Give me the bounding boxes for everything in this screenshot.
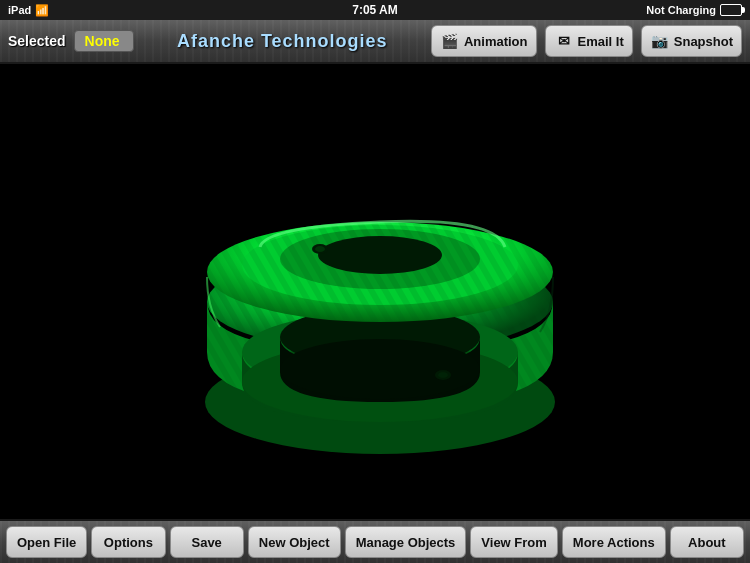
device-label: iPad	[8, 4, 31, 16]
new-object-button[interactable]: New Object	[248, 526, 341, 558]
status-right: Not Charging	[646, 4, 742, 16]
view-from-button[interactable]: View From	[470, 526, 558, 558]
email-button[interactable]: ✉ Email It	[545, 25, 633, 57]
selected-value: None	[74, 30, 134, 52]
3d-object	[165, 107, 585, 477]
status-left: iPad 📶	[8, 4, 49, 17]
wifi-icon: 📶	[35, 4, 49, 17]
charging-label: Not Charging	[646, 4, 716, 16]
snapshot-button[interactable]: 📷 Snapshot	[641, 25, 742, 57]
email-label: Email It	[578, 34, 624, 49]
save-button[interactable]: Save	[170, 526, 244, 558]
svg-point-15	[318, 236, 442, 274]
email-icon: ✉	[554, 33, 574, 49]
more-actions-button[interactable]: More Actions	[562, 526, 666, 558]
battery-icon	[720, 4, 742, 16]
time-label: 7:05 AM	[352, 3, 398, 17]
open-file-button[interactable]: Open File	[6, 526, 87, 558]
svg-point-17	[315, 246, 325, 252]
snapshot-icon: 📷	[650, 33, 670, 49]
svg-point-8	[280, 339, 480, 399]
animation-button[interactable]: 🎬 Animation	[431, 25, 537, 57]
status-bar: iPad 📶 7:05 AM Not Charging	[0, 0, 750, 20]
animation-label: Animation	[464, 34, 528, 49]
animation-icon: 🎬	[440, 33, 460, 49]
3d-viewport[interactable]	[0, 64, 750, 519]
bottom-toolbar: Open File Options Save New Object Manage…	[0, 519, 750, 563]
top-toolbar: Selected None Afanche Technologies 🎬 Ani…	[0, 20, 750, 64]
selected-label: Selected	[8, 33, 66, 49]
svg-point-19	[438, 372, 448, 378]
options-button[interactable]: Options	[91, 526, 165, 558]
about-button[interactable]: About	[670, 526, 744, 558]
manage-objects-button[interactable]: Manage Objects	[345, 526, 467, 558]
ring-svg	[165, 107, 585, 477]
snapshot-label: Snapshot	[674, 34, 733, 49]
app-title: Afanche Technologies	[142, 31, 423, 52]
